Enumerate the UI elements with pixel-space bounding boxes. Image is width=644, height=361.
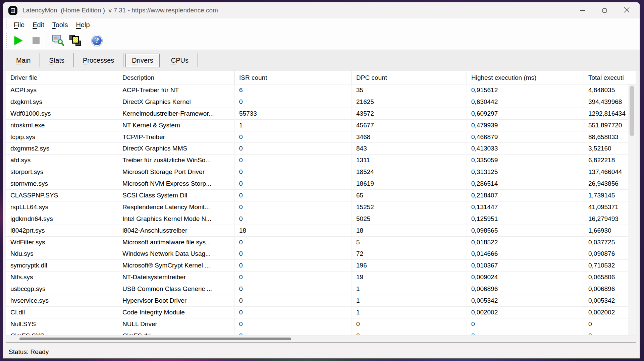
- table-cell: stornvme.sys: [6, 178, 118, 190]
- table-cell: 0,710532: [584, 260, 628, 272]
- toolbar-separator: [86, 34, 86, 47]
- table-cell: 0: [235, 178, 352, 190]
- table-cell: 0,002002: [467, 307, 584, 318]
- tab-separator: [123, 53, 123, 67]
- table-cell: 65: [352, 190, 467, 201]
- table-cell: 0: [584, 330, 628, 335]
- column-header-description[interactable]: Description: [118, 71, 235, 84]
- table-cell: 551,897720: [584, 120, 628, 131]
- table-row[interactable]: WdFilter.sysMicrosoft antimalware file s…: [6, 237, 628, 248]
- table-row[interactable]: Wdf01000.sysKernelmodustreiber-Framewor.…: [6, 108, 628, 120]
- table-row[interactable]: Ntfs.sysNT-Dateisystemtreiber0190,009024…: [6, 272, 628, 283]
- toolbar-gripper: [6, 20, 8, 29]
- table-row[interactable]: CLASSPNP.SYSSCSI Class System Dll0650,21…: [6, 190, 628, 201]
- table-cell: NT Kernel & System: [118, 120, 235, 131]
- menu-edit[interactable]: Edit: [29, 21, 48, 29]
- table-cell: 137,466044: [584, 166, 628, 178]
- start-monitor-button[interactable]: [10, 33, 27, 48]
- table-row[interactable]: storport.sysMicrosoft Storage Port Drive…: [6, 166, 628, 178]
- close-button[interactable]: [615, 2, 638, 18]
- table-cell: 0: [235, 201, 352, 213]
- table-row[interactable]: CI.dllCode Integrity Module010,0020020,0…: [6, 307, 628, 318]
- table-cell: 0,018522: [467, 237, 584, 248]
- table-cell: 843: [352, 143, 467, 155]
- analyze-system-button[interactable]: [49, 33, 66, 48]
- table-cell: 0: [467, 318, 584, 330]
- table-cell: 0,915612: [467, 84, 584, 96]
- horizontal-scrollbar-thumb[interactable]: [19, 338, 291, 340]
- table-cell: 0,125951: [467, 213, 584, 225]
- table-cell: NULL Driver: [118, 318, 235, 330]
- close-icon: [624, 7, 630, 14]
- tab-processes[interactable]: Processes: [74, 54, 123, 67]
- tab-cpus[interactable]: CPUs: [162, 54, 198, 67]
- table-cell: 394,439968: [584, 96, 628, 108]
- table-cell: 0: [235, 143, 352, 155]
- table-cell: 0: [235, 283, 352, 295]
- table-cell: Intel Graphics Kernel Mode N...: [118, 213, 235, 225]
- menu-file[interactable]: File: [10, 21, 29, 29]
- maximize-button[interactable]: [593, 2, 615, 18]
- table-row[interactable]: rspLLL64.sysResplendence Latency Monit..…: [6, 201, 628, 213]
- table-row[interactable]: Null.SYSNULL Driver0000: [6, 318, 628, 330]
- table-row[interactable]: stornvme.sysMicrosoft NVM Express Storp.…: [6, 178, 628, 190]
- table-cell: 0: [584, 318, 628, 330]
- table-cell: 0,098565: [467, 225, 584, 237]
- column-header-dpc-count[interactable]: DPC count: [352, 71, 467, 84]
- table-cell: 18: [235, 225, 352, 237]
- table-cell: DirectX Graphics MMS: [118, 143, 235, 155]
- table-cell: SCSI Class System Dll: [118, 190, 235, 201]
- table-row[interactable]: ACPI.sysACPI-Treiber für NT6350,9156124,…: [6, 84, 628, 96]
- column-header-total-executi[interactable]: Total executi: [584, 71, 636, 84]
- table-cell: TCP/IP-Treiber: [118, 131, 235, 143]
- table-cell: 19: [352, 272, 467, 283]
- minimize-button[interactable]: [571, 2, 593, 18]
- table-row[interactable]: i8042prt.sysi8042-Anschlusstreiber18180,…: [6, 225, 628, 237]
- help-button[interactable]: [88, 33, 106, 48]
- horizontal-scrollbar[interactable]: [6, 335, 636, 342]
- table-row[interactable]: afd.sysTreiber für zusätzliche WinSo...0…: [6, 155, 628, 166]
- title-bar[interactable]: LatencyMon (Home Edition ) v 7.31 - http…: [3, 2, 640, 18]
- column-header-highest-execution-ms[interactable]: Highest execution (ms): [467, 71, 584, 84]
- vertical-scrollbar[interactable]: [628, 84, 636, 335]
- tab-main[interactable]: Main: [7, 54, 40, 67]
- menu-help[interactable]: Help: [72, 21, 94, 29]
- table-cell: NT-Dateisystemtreiber: [118, 272, 235, 283]
- table-row[interactable]: symcryptk.dllMicrosoft® SymCrypt Kernel …: [6, 260, 628, 272]
- stop-monitor-button[interactable]: [27, 33, 45, 48]
- table-row[interactable]: igdkmdn64.sysIntel Graphics Kernel Mode …: [6, 213, 628, 225]
- table-cell: 1: [235, 120, 352, 131]
- table-row[interactable]: usbccgp.sysUSB Common Class Generic ...0…: [6, 283, 628, 295]
- table-cell: CimFS.SYS: [6, 330, 118, 335]
- tab-stats[interactable]: Stats: [40, 54, 73, 67]
- table-cell: 55733: [235, 108, 352, 120]
- table-cell: Code Integrity Module: [118, 307, 235, 318]
- table-row[interactable]: dxgkrnl.sysDirectX Graphics Kernel021625…: [6, 96, 628, 108]
- column-header-driver-file[interactable]: Driver file: [6, 71, 118, 84]
- table-cell: 0,413033: [467, 143, 584, 155]
- table-cell: ACPI.sys: [6, 84, 118, 96]
- table-cell: 88,658033: [584, 131, 628, 143]
- table-row[interactable]: tcpip.sysTCP/IP-Treiber034680,46687988,6…: [6, 131, 628, 143]
- toolbar-separator: [47, 34, 47, 47]
- table-cell: igdkmdn64.sys: [6, 213, 118, 225]
- table-row[interactable]: Ndu.sysWindows Network Data Usag...0720,…: [6, 248, 628, 260]
- table-row[interactable]: hvservice.sysHypervisor Boot Driver010,0…: [6, 295, 628, 307]
- table-cell: usbccgp.sys: [6, 283, 118, 295]
- table-cell: 0: [235, 260, 352, 272]
- app-icon: [8, 6, 17, 15]
- table-cell: 0,479939: [467, 120, 584, 131]
- table-row[interactable]: dxgmms2.sysDirectX Graphics MMS08430,413…: [6, 143, 628, 155]
- table-cell: storport.sys: [6, 166, 118, 178]
- column-header-isr-count[interactable]: ISR count: [235, 71, 352, 84]
- menu-tools[interactable]: Tools: [48, 21, 72, 29]
- table-row[interactable]: CimFS.SYSCimFS dri...0000: [6, 330, 628, 335]
- processes-windows-button[interactable]: [66, 33, 84, 48]
- vertical-scrollbar-thumb[interactable]: [630, 86, 634, 136]
- tab-drivers[interactable]: Drivers: [125, 54, 159, 67]
- toolbar-gripper: [6, 33, 8, 48]
- window-title: LatencyMon (Home Edition ) v 7.31 - http…: [22, 7, 571, 14]
- table-cell: 15252: [352, 201, 467, 213]
- table-row[interactable]: ntoskrnl.exeNT Kernel & System1456770,47…: [6, 120, 628, 131]
- table-cell: symcryptk.dll: [6, 260, 118, 272]
